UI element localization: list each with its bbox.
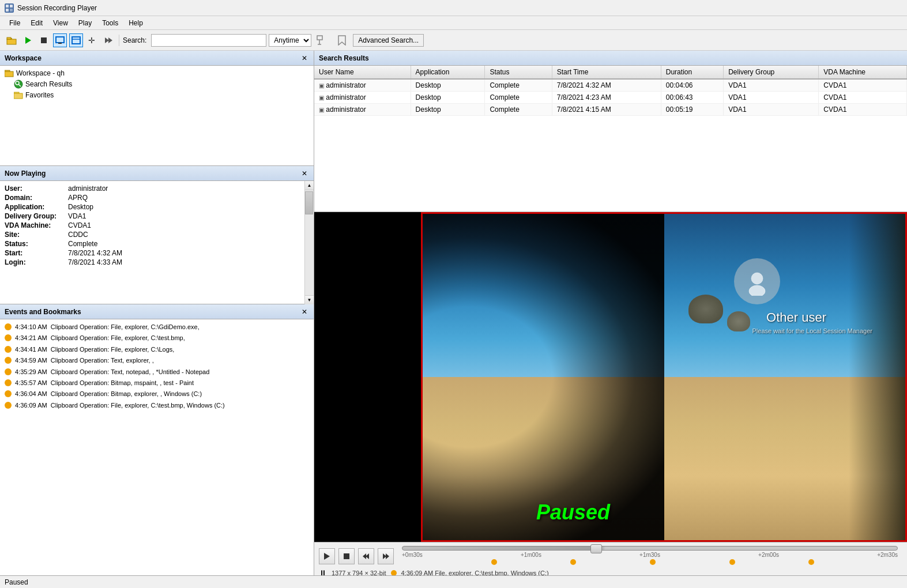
event-item-0[interactable]: 4:34:10 AM Clipboard Operation: File, ex… <box>1 322 313 333</box>
menu-help[interactable]: Help <box>124 18 148 28</box>
event-dot-4 <box>5 368 12 375</box>
menu-file[interactable]: File <box>5 18 25 28</box>
progress-container[interactable]: +0m30s +1m00s +1m30s +2m00s +2m30s <box>402 546 898 566</box>
events-close-button[interactable]: ✕ <box>300 307 309 316</box>
cell-vdamachine-1: CVDA1 <box>819 92 907 104</box>
event-item-2[interactable]: 4:34:41 AM Clipboard Operation: File, ex… <box>1 344 313 355</box>
cell-starttime-1: 7/8/2021 4:23 AM <box>552 92 661 104</box>
search-results-tree-item[interactable]: Search Results <box>5 78 309 90</box>
svg-rect-8 <box>41 37 47 43</box>
stop-button[interactable] <box>37 33 51 47</box>
menu-edit[interactable]: Edit <box>26 18 47 28</box>
title-bar: Session Recording Player <box>0 0 907 16</box>
advanced-search-button[interactable]: Advanced Search... <box>353 34 424 47</box>
play-ctrl-button[interactable] <box>319 548 335 564</box>
workspace-content: Workspace - qh Search Results Favorites <box>0 66 314 165</box>
col-header-duration[interactable]: Duration <box>661 66 723 79</box>
rewind-button[interactable] <box>358 548 374 564</box>
full-screen-button[interactable] <box>69 33 83 47</box>
user-info-row: User: administrator <box>5 184 300 193</box>
bookmark-button[interactable] <box>333 33 351 47</box>
menu-play[interactable]: Play <box>74 18 96 28</box>
forward-button[interactable] <box>101 33 115 47</box>
svg-rect-10 <box>58 43 62 44</box>
event-item-4[interactable]: 4:35:29 AM Clipboard Operation: Text, no… <box>1 367 313 378</box>
anytime-dropdown[interactable]: Anytime <box>269 34 311 47</box>
search-go-button[interactable] <box>314 33 331 47</box>
col-header-deliverygroup[interactable]: Delivery Group <box>724 66 819 79</box>
col-header-username[interactable]: User Name <box>314 66 411 79</box>
open-button[interactable] <box>5 33 18 47</box>
timeline-dot-4 <box>729 559 735 565</box>
workspace-close-button[interactable]: ✕ <box>300 54 309 63</box>
now-playing-title: Now Playing <box>5 169 46 178</box>
cell-deliverygroup-2: VDA1 <box>724 104 819 116</box>
table-row[interactable]: ▣ administrator Desktop Complete 7/8/202… <box>314 92 907 104</box>
site-info-row: Site: CDDC <box>5 231 300 239</box>
start-label: Start: <box>5 249 68 257</box>
workspace-root-item[interactable]: Workspace - qh <box>5 68 309 78</box>
scrollbar-track[interactable] <box>305 190 314 295</box>
search-results-panel: Search Results User Name Application Sta… <box>314 51 907 212</box>
scrollbar-up-button[interactable]: ▲ <box>305 181 314 190</box>
now-playing-scrollbar[interactable]: ▲ ▼ <box>304 181 314 304</box>
cell-duration-2: 00:05:19 <box>661 104 723 116</box>
event-item-3[interactable]: 4:34:59 AM Clipboard Operation: Text, ex… <box>1 355 313 366</box>
cell-status-2: Complete <box>485 104 552 116</box>
toolbar-separator-1 <box>119 35 119 46</box>
svg-point-28 <box>749 285 765 296</box>
status-bar: Paused <box>0 575 907 588</box>
user-value: administrator <box>68 184 300 193</box>
svg-marker-7 <box>25 37 31 44</box>
search-input[interactable] <box>151 34 266 47</box>
event-item-6[interactable]: 4:36:04 AM Clipboard Operation: Bitmap, … <box>1 389 313 399</box>
table-row[interactable]: ▣ administrator Desktop Complete 7/8/202… <box>314 79 907 92</box>
video-content: Other user Please wait for the Local Ses… <box>314 212 907 542</box>
col-header-status[interactable]: Status <box>485 66 552 79</box>
delivery-group-info-row: Delivery Group: VDA1 <box>5 212 300 220</box>
table-row[interactable]: ▣ administrator Desktop Complete 7/8/202… <box>314 104 907 116</box>
user-label: User: <box>5 184 68 193</box>
event-text-6: 4:36:04 AM Clipboard Operation: Bitmap, … <box>15 390 202 398</box>
status-text: Paused <box>5 578 28 586</box>
cell-starttime-2: 7/8/2021 4:15 AM <box>552 104 661 116</box>
event-item-1[interactable]: 4:34:21 AM Clipboard Operation: File, ex… <box>1 333 313 344</box>
start-value: 7/8/2021 4:32 AM <box>68 249 300 257</box>
scrollbar-down-button[interactable]: ▼ <box>305 295 314 304</box>
timeline-dot-1 <box>491 559 497 565</box>
event-item-5[interactable]: 4:35:57 AM Clipboard Operation: Bitmap, … <box>1 378 313 389</box>
cell-application-1: Desktop <box>411 92 485 104</box>
svg-rect-2 <box>6 9 9 12</box>
move-button[interactable]: ✛ <box>85 33 99 47</box>
workspace-title: Workspace <box>5 54 42 62</box>
scrollbar-thumb[interactable] <box>305 191 313 214</box>
cell-application-0: Desktop <box>411 79 485 92</box>
play-button[interactable] <box>21 33 35 47</box>
stop-ctrl-button[interactable] <box>338 548 355 564</box>
now-playing-header: Now Playing ✕ <box>0 166 314 181</box>
event-item-7[interactable]: 4:36:09 AM Clipboard Operation: File, ex… <box>1 400 313 411</box>
col-header-starttime[interactable]: Start Time <box>552 66 661 79</box>
timeline-dots-row <box>402 559 898 566</box>
col-header-application[interactable]: Application <box>411 66 485 79</box>
col-header-vdamachine[interactable]: VDA Machine <box>819 66 907 79</box>
menu-view[interactable]: View <box>48 18 73 28</box>
vda-machine-info-row: VDA Machine: CVDA1 <box>5 221 300 229</box>
progress-thumb[interactable] <box>590 544 602 553</box>
screen-button[interactable] <box>53 33 67 47</box>
favorites-tree-item[interactable]: Favorites <box>5 90 309 100</box>
menu-tools[interactable]: Tools <box>97 18 123 28</box>
progress-track[interactable] <box>402 546 898 551</box>
event-dot-3 <box>5 357 12 364</box>
event-text-0: 4:34:10 AM Clipboard Operation: File, ex… <box>15 323 200 331</box>
now-playing-close-button[interactable]: ✕ <box>300 169 309 178</box>
event-dot-6 <box>5 390 12 397</box>
events-title: Events and Bookmarks <box>5 308 81 316</box>
svg-rect-0 <box>6 5 9 7</box>
search-results-tree-label: Search Results <box>25 80 72 88</box>
now-playing-panel: Now Playing ✕ User: administrator Domain… <box>0 166 314 304</box>
svg-rect-3 <box>10 9 13 12</box>
site-label: Site: <box>5 231 68 239</box>
fast-forward-ctrl-button[interactable] <box>378 548 394 564</box>
login-label: Login: <box>5 258 68 266</box>
